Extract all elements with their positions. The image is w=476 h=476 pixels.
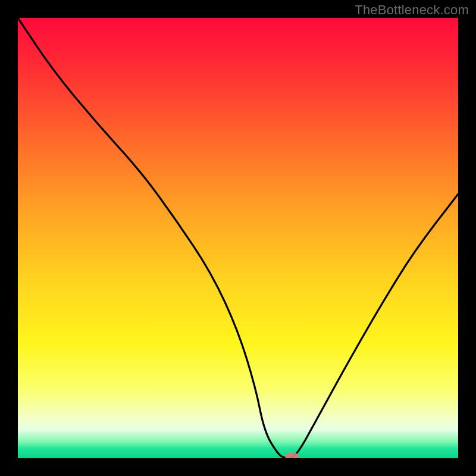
attribution-text: TheBottleneck.com — [355, 2, 469, 18]
chart-line-layer — [18, 18, 458, 458]
bottleneck-curve — [18, 18, 458, 458]
optimal-marker — [285, 453, 298, 458]
chart-layers — [18, 18, 458, 458]
chart-area — [18, 18, 458, 458]
